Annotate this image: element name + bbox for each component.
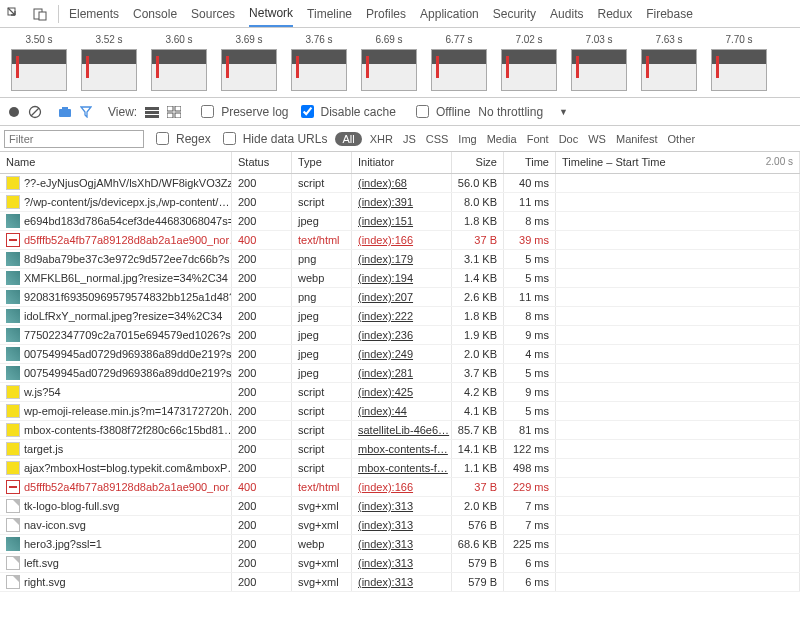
request-initiator[interactable]: (index):313 [358,500,413,512]
table-row[interactable]: d5fffb52a4fb77a89128d8ab2a1ae900_nor…400… [0,231,800,250]
preserve-log-checkbox[interactable]: Preserve log [197,102,288,121]
table-row[interactable]: 8d9aba79be37c3e972c9d572ee7dc66b?s…200pn… [0,250,800,269]
throttling-select[interactable]: No throttling [478,105,543,119]
col-status[interactable]: Status [232,152,292,173]
table-row[interactable]: tk-logo-blog-full.svg200svg+xml(index):3… [0,497,800,516]
filter-media[interactable]: Media [487,133,517,145]
request-initiator[interactable]: (index):222 [358,310,413,322]
table-row[interactable]: left.svg200svg+xml(index):313579 B6 ms [0,554,800,573]
filter-all[interactable]: All [335,132,361,146]
device-mode-icon[interactable] [32,6,48,22]
request-initiator[interactable]: mbox-contents-f… [358,443,448,455]
view-large-icon[interactable] [145,106,159,118]
table-row[interactable]: wp-emoji-release.min.js?m=1473172720h…20… [0,402,800,421]
table-row[interactable]: hero3.jpg?ssl=1200webp(index):31368.6 KB… [0,535,800,554]
filmstrip-frame[interactable]: 3.60 s [150,34,208,91]
request-initiator[interactable]: (index):313 [358,576,413,588]
filter-img[interactable]: Img [458,133,476,145]
capture-screenshot-icon[interactable] [58,106,72,118]
table-row[interactable]: right.svg200svg+xml(index):313579 B6 ms [0,573,800,592]
request-initiator[interactable]: (index):166 [358,234,413,246]
request-initiator[interactable]: (index):313 [358,557,413,569]
filter-css[interactable]: CSS [426,133,449,145]
filmstrip-frame[interactable]: 3.50 s [10,34,68,91]
clear-icon[interactable] [28,105,42,119]
request-initiator[interactable]: mbox-contents-f… [358,462,448,474]
table-row[interactable]: 007549945ad0729d969386a89dd0e219?s…200jp… [0,345,800,364]
tab-redux[interactable]: Redux [597,0,632,27]
filter-ws[interactable]: WS [588,133,606,145]
tab-elements[interactable]: Elements [69,0,119,27]
filter-manifest[interactable]: Manifest [616,133,658,145]
col-name[interactable]: Name [0,152,232,173]
table-row[interactable]: ??-eJyNjusOgjAMhV/lsXhD/WF8igkVO3Zz…200s… [0,174,800,193]
filter-font[interactable]: Font [527,133,549,145]
tab-audits[interactable]: Audits [550,0,583,27]
request-initiator[interactable]: (index):151 [358,215,413,227]
request-initiator[interactable]: (index):194 [358,272,413,284]
filmstrip-frame[interactable]: 7.63 s [640,34,698,91]
col-size[interactable]: Size [452,152,504,173]
request-initiator[interactable]: (index):207 [358,291,413,303]
hide-data-urls-checkbox[interactable]: Hide data URLs [219,129,328,148]
request-initiator[interactable]: satelliteLib-46e6… [358,424,449,436]
table-row[interactable]: XMFKLB6L_normal.jpg?resize=34%2C34200web… [0,269,800,288]
col-timeline[interactable]: Timeline – Start Time2.00 s [556,152,800,173]
request-initiator[interactable]: (index):236 [358,329,413,341]
table-row[interactable]: ?/wp-content/js/devicepx.js,/wp-content/… [0,193,800,212]
tab-network[interactable]: Network [249,0,293,27]
col-time[interactable]: Time [504,152,556,173]
request-initiator[interactable]: (index):179 [358,253,413,265]
offline-checkbox[interactable]: Offline [412,102,470,121]
view-small-icon[interactable] [167,106,181,118]
disable-cache-checkbox[interactable]: Disable cache [297,102,396,121]
request-initiator[interactable]: (index):249 [358,348,413,360]
tab-application[interactable]: Application [420,0,479,27]
filter-js[interactable]: JS [403,133,416,145]
col-initiator[interactable]: Initiator [352,152,452,173]
table-row[interactable]: 775022347709c2a7015e694579ed1026?s=…200j… [0,326,800,345]
tab-sources[interactable]: Sources [191,0,235,27]
tab-security[interactable]: Security [493,0,536,27]
filmstrip-frame[interactable]: 6.77 s [430,34,488,91]
request-initiator[interactable]: (index):68 [358,177,407,189]
table-row[interactable]: mbox-contents-f3808f72f280c66c15bd81…200… [0,421,800,440]
request-initiator[interactable]: (index):391 [358,196,413,208]
tab-console[interactable]: Console [133,0,177,27]
filmstrip-frame[interactable]: 7.70 s [710,34,768,91]
request-initiator[interactable]: (index):166 [358,481,413,493]
chevron-down-icon[interactable]: ▼ [551,107,576,117]
filter-other[interactable]: Other [668,133,696,145]
col-type[interactable]: Type [292,152,352,173]
request-initiator[interactable]: (index):281 [358,367,413,379]
table-row[interactable]: e694bd183d786a54cef3de44683068047s=…200j… [0,212,800,231]
tab-timeline[interactable]: Timeline [307,0,352,27]
request-initiator[interactable]: (index):44 [358,405,407,417]
table-row[interactable]: idoLfRxY_normal.jpeg?resize=34%2C34200jp… [0,307,800,326]
filmstrip-frame[interactable]: 7.02 s [500,34,558,91]
table-row[interactable]: target.js200scriptmbox-contents-f…14.1 K… [0,440,800,459]
filmstrip-frame[interactable]: 3.69 s [220,34,278,91]
request-table[interactable]: ??-eJyNjusOgjAMhV/lsXhD/WF8igkVO3Zz…200s… [0,174,800,619]
filmstrip-frame[interactable]: 3.52 s [80,34,138,91]
table-row[interactable]: 920831f69350969579574832bb125a1d48?s=…20… [0,288,800,307]
inspect-icon[interactable] [6,6,22,22]
filter-input[interactable] [4,130,144,148]
table-row[interactable]: d5fffb52a4fb77a89128d8ab2a1ae900_nor…400… [0,478,800,497]
tab-profiles[interactable]: Profiles [366,0,406,27]
table-row[interactable]: w.js?54200script(index):4254.2 KB9 ms [0,383,800,402]
request-initiator[interactable]: (index):313 [358,519,413,531]
filter-doc[interactable]: Doc [559,133,579,145]
filter-xhr[interactable]: XHR [370,133,393,145]
table-row[interactable]: ajax?mboxHost=blog.typekit.com&mboxP…200… [0,459,800,478]
request-initiator[interactable]: (index):425 [358,386,413,398]
filmstrip-frame[interactable]: 3.76 s [290,34,348,91]
regex-checkbox[interactable]: Regex [152,129,211,148]
filmstrip-frame[interactable]: 7.03 s [570,34,628,91]
filter-icon[interactable] [80,106,92,118]
table-row[interactable]: nav-icon.svg200svg+xml(index):313576 B7 … [0,516,800,535]
tab-firebase[interactable]: Firebase [646,0,693,27]
table-row[interactable]: 007549945ad0729d969386a89dd0e219?s…200jp… [0,364,800,383]
request-initiator[interactable]: (index):313 [358,538,413,550]
record-icon[interactable] [8,106,20,118]
